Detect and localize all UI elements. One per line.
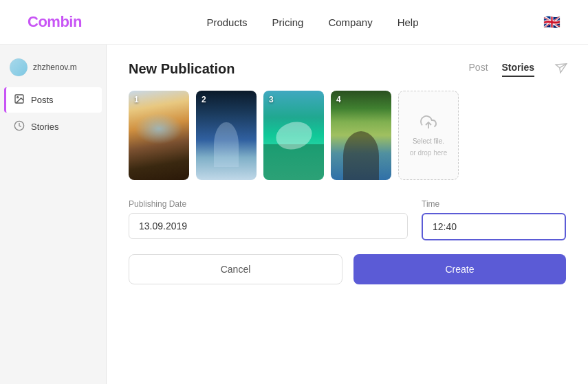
image-slot-4[interactable]: 4 bbox=[331, 91, 391, 180]
language-flag[interactable]: 🇬🇧 bbox=[543, 14, 560, 30]
top-navigation: Combin Products Pricing Company Help 🇬🇧 bbox=[0, 0, 588, 45]
nav-company[interactable]: Company bbox=[328, 16, 372, 28]
slot-number-2: 2 bbox=[202, 95, 206, 104]
nav-help[interactable]: Help bbox=[398, 16, 419, 28]
slot-number-4: 4 bbox=[336, 95, 341, 104]
image-grid: 1 2 3 4 bbox=[129, 91, 566, 180]
page-title: New Publication bbox=[129, 61, 235, 77]
send-icon[interactable] bbox=[552, 60, 567, 78]
tab-area: Post Stories bbox=[469, 62, 534, 77]
nav-products[interactable]: Products bbox=[206, 16, 247, 28]
upload-slot[interactable]: Select file. or drop here bbox=[398, 91, 459, 180]
upload-icon bbox=[420, 114, 437, 135]
drop-label: or drop here bbox=[410, 149, 447, 157]
button-row: Cancel Create bbox=[129, 254, 566, 284]
stories-icon bbox=[14, 120, 25, 133]
sidebar-posts-label: Posts bbox=[31, 95, 54, 105]
avatar bbox=[10, 58, 28, 76]
image-slot-1[interactable]: 1 bbox=[129, 91, 189, 180]
time-group: Time bbox=[422, 199, 566, 240]
posts-icon bbox=[14, 93, 25, 106]
create-button[interactable]: Create bbox=[353, 254, 566, 284]
nav-links: Products Pricing Company Help bbox=[206, 16, 418, 28]
svg-point-1 bbox=[17, 97, 19, 98]
sidebar: zhzhenov.m Posts Stories bbox=[0, 45, 107, 384]
sidebar-item-stories[interactable]: Stories bbox=[4, 114, 102, 139]
tab-post[interactable]: Post bbox=[469, 62, 488, 77]
tab-stories[interactable]: Stories bbox=[502, 62, 534, 77]
time-label: Time bbox=[422, 199, 566, 209]
cancel-button[interactable]: Cancel bbox=[129, 254, 342, 284]
image-slot-3[interactable]: 3 bbox=[263, 91, 324, 180]
form-row: Publishing Date Time bbox=[129, 199, 566, 240]
date-input[interactable] bbox=[129, 213, 408, 239]
logo[interactable]: Combin bbox=[28, 13, 82, 31]
username: zhzhenov.m bbox=[33, 63, 77, 72]
nav-pricing[interactable]: Pricing bbox=[272, 16, 304, 28]
time-input[interactable] bbox=[422, 213, 566, 240]
date-label: Publishing Date bbox=[129, 199, 408, 209]
upload-label: Select file. bbox=[413, 137, 444, 145]
main-content: New Publication Post Stories bbox=[107, 45, 588, 384]
image-slot-2[interactable]: 2 bbox=[196, 91, 257, 180]
user-row: zhzhenov.m bbox=[0, 52, 106, 87]
slot-number-3: 3 bbox=[269, 95, 274, 104]
sidebar-stories-label: Stories bbox=[31, 122, 58, 132]
sidebar-item-posts[interactable]: Posts bbox=[4, 87, 102, 113]
main-header: New Publication Post Stories bbox=[129, 61, 566, 77]
date-group: Publishing Date bbox=[129, 199, 408, 240]
slot-number-1: 1 bbox=[134, 95, 139, 104]
app-area: zhzhenov.m Posts Stories New Publication bbox=[0, 45, 588, 384]
